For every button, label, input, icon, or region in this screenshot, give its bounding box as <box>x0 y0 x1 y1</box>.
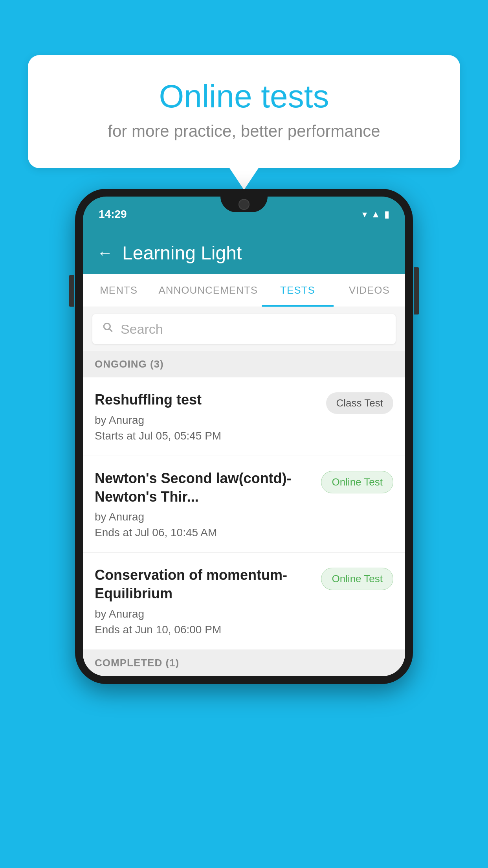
test-list: Reshuffling test by Anurag Starts at Jul… <box>83 377 405 650</box>
test-author-3: by Anurag <box>95 608 313 620</box>
section-completed-header: COMPLETED (1) <box>83 650 405 676</box>
camera <box>238 199 250 210</box>
test-item-2[interactable]: Newton's Second law(contd)-Newton's Thir… <box>83 456 405 553</box>
status-icons: ▾ ▲ ▮ <box>362 209 389 220</box>
search-bar[interactable]: Search <box>92 314 396 344</box>
test-badge-3: Online Test <box>321 568 393 590</box>
test-info-1: Reshuffling test by Anurag Starts at Jul… <box>95 391 326 442</box>
phone-screen: MENTS ANNOUNCEMENTS TESTS VIDEOS Search <box>83 274 405 676</box>
test-item-1[interactable]: Reshuffling test by Anurag Starts at Jul… <box>83 377 405 456</box>
test-time-value-2: Jul 06, 10:45 AM <box>135 526 217 539</box>
bubble-subtitle: for more practice, better performance <box>59 122 429 141</box>
test-title-1: Reshuffling test <box>95 391 318 409</box>
test-info-2: Newton's Second law(contd)-Newton's Thir… <box>95 469 321 539</box>
wifi-icon: ▾ <box>362 209 367 220</box>
app-header: ← Learning Light <box>83 232 405 274</box>
phone-frame: 14:29 ▾ ▲ ▮ ← Learning Light MENTS ANNOU… <box>75 189 413 684</box>
volume-button <box>69 275 74 307</box>
status-time: 14:29 <box>99 208 127 221</box>
search-icon <box>102 321 114 337</box>
test-time-3: Ends at Jun 10, 06:00 PM <box>95 623 313 636</box>
section-ongoing-header: ONGOING (3) <box>83 351 405 377</box>
test-time-label-1: Starts at <box>95 430 136 442</box>
power-button <box>414 267 419 314</box>
tab-tests[interactable]: TESTS <box>262 274 333 307</box>
test-badge-2: Online Test <box>321 471 393 493</box>
status-bar: 14:29 ▾ ▲ ▮ <box>83 197 405 232</box>
test-time-1: Starts at Jul 05, 05:45 PM <box>95 430 318 442</box>
test-time-label-3: Ends at <box>95 623 132 636</box>
phone-mockup: 14:29 ▾ ▲ ▮ ← Learning Light MENTS ANNOU… <box>75 189 413 684</box>
test-title-3: Conservation of momentum-Equilibrium <box>95 566 313 603</box>
promo-bubble-area: Online tests for more practice, better p… <box>24 55 464 168</box>
app-title: Learning Light <box>122 242 242 264</box>
test-info-3: Conservation of momentum-Equilibrium by … <box>95 566 321 636</box>
tab-bar: MENTS ANNOUNCEMENTS TESTS VIDEOS <box>83 274 405 307</box>
notch-cutout <box>220 197 268 212</box>
tab-ments[interactable]: MENTS <box>83 274 154 307</box>
signal-icon: ▲ <box>371 209 380 220</box>
test-badge-1: Class Test <box>326 392 393 414</box>
svg-line-1 <box>109 329 112 331</box>
test-author-2: by Anurag <box>95 511 313 523</box>
search-placeholder: Search <box>121 322 163 337</box>
test-item-3[interactable]: Conservation of momentum-Equilibrium by … <box>83 553 405 650</box>
tab-videos[interactable]: VIDEOS <box>334 274 405 307</box>
test-time-2: Ends at Jul 06, 10:45 AM <box>95 526 313 539</box>
battery-icon: ▮ <box>384 209 389 220</box>
back-button[interactable]: ← <box>97 244 113 262</box>
speech-bubble: Online tests for more practice, better p… <box>28 55 460 168</box>
test-time-value-1: Jul 05, 05:45 PM <box>139 430 221 442</box>
test-time-value-3: Jun 10, 06:00 PM <box>135 623 221 636</box>
test-time-label-2: Ends at <box>95 526 132 539</box>
tab-announcements[interactable]: ANNOUNCEMENTS <box>154 274 262 307</box>
bubble-title: Online tests <box>59 79 429 114</box>
test-title-2: Newton's Second law(contd)-Newton's Thir… <box>95 469 313 506</box>
search-container: Search <box>83 307 405 351</box>
svg-point-0 <box>104 323 110 329</box>
test-author-1: by Anurag <box>95 414 318 427</box>
